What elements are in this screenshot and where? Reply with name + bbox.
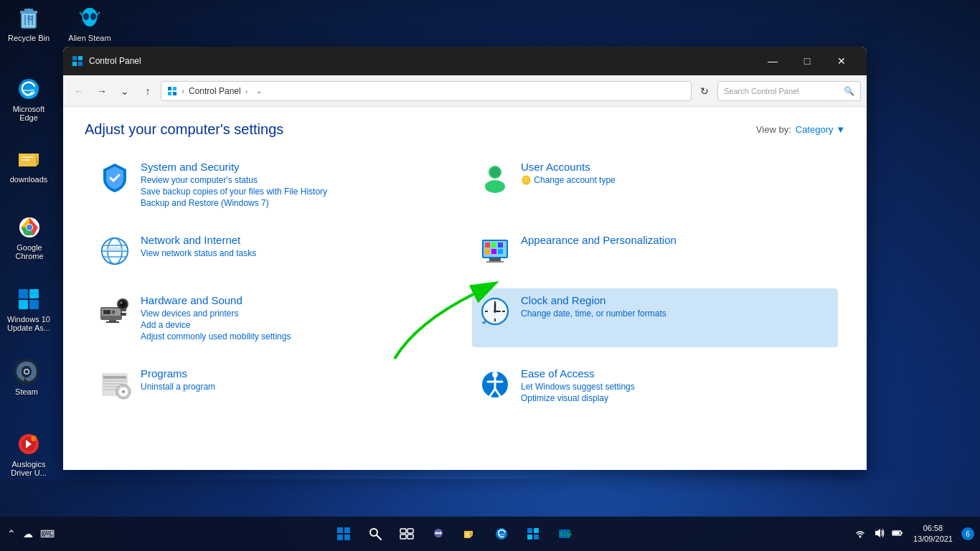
taskbar-system-tray-right: 06:58 13/09/2021 6 bbox=[853, 523, 974, 545]
network-title[interactable]: Network and Internet bbox=[141, 234, 240, 246]
address-dropdown[interactable]: ⌄ bbox=[252, 87, 266, 95]
explorer-button[interactable] bbox=[456, 519, 484, 548]
start-button[interactable] bbox=[329, 519, 358, 548]
svg-point-87 bbox=[122, 390, 125, 393]
up-button[interactable]: ↑ bbox=[138, 81, 158, 101]
system-security-link-3[interactable]: Backup and Restore (Windows 7) bbox=[141, 198, 327, 208]
chat-button[interactable] bbox=[424, 519, 453, 548]
system-security-link-1[interactable]: Review your computer's status bbox=[141, 175, 327, 185]
svg-rect-31 bbox=[78, 56, 83, 60]
category-ease-of-access: Ease of Access Let Windows suggest setti… bbox=[472, 362, 838, 409]
window-titlebar: Control Panel — □ ✕ bbox=[63, 47, 867, 75]
window-toolbar: ← → ⌄ ↑ › Control Panel › ⌄ ↻ Search Con… bbox=[63, 75, 867, 107]
svg-rect-22 bbox=[29, 300, 39, 309]
svg-rect-101 bbox=[400, 529, 406, 533]
clock-region-title[interactable]: Clock and Region bbox=[521, 294, 606, 306]
desktop-icon-steam[interactable]: Steam bbox=[0, 354, 53, 399]
svg-point-78 bbox=[494, 310, 496, 313]
svg-rect-113 bbox=[534, 528, 539, 533]
svg-point-68 bbox=[121, 302, 123, 304]
network-link-1[interactable]: View network status and tasks bbox=[141, 248, 256, 258]
ease-of-access-content: Ease of Access Let Windows suggest setti… bbox=[521, 367, 635, 403]
minimize-button[interactable]: — bbox=[756, 50, 789, 72]
svg-rect-64 bbox=[106, 321, 119, 323]
user-accounts-title[interactable]: User Accounts bbox=[521, 161, 590, 173]
forward-button[interactable]: → bbox=[92, 81, 112, 101]
svg-rect-103 bbox=[400, 534, 406, 539]
system-clock[interactable]: 06:58 13/09/2021 bbox=[909, 523, 957, 545]
auslogics-icon: ! bbox=[14, 430, 43, 458]
system-security-link-2[interactable]: Save backup copies of your files with Fi… bbox=[141, 187, 327, 197]
svg-point-106 bbox=[435, 532, 438, 534]
clock-region-link-1[interactable]: Change date, time, or number formats bbox=[521, 309, 666, 319]
desktop-icon-alien[interactable]: Alien Steam bbox=[63, 1, 116, 45]
svg-point-108 bbox=[440, 532, 442, 534]
svg-rect-14 bbox=[22, 159, 30, 161]
svg-rect-56 bbox=[486, 261, 504, 263]
refresh-button[interactable]: ↻ bbox=[694, 81, 715, 101]
edge-taskbar-button[interactable] bbox=[487, 519, 516, 548]
svg-rect-114 bbox=[527, 534, 532, 540]
store-button[interactable] bbox=[519, 519, 547, 548]
recycle-bin-icon bbox=[14, 4, 43, 32]
task-view-button[interactable] bbox=[392, 519, 421, 548]
hardware-title[interactable]: Hardware and Sound bbox=[141, 294, 242, 306]
ease-of-access-title[interactable]: Ease of Access bbox=[521, 367, 595, 380]
search-bar[interactable]: Search Control Panel 🔍 bbox=[717, 81, 861, 101]
notification-badge[interactable]: 6 bbox=[961, 527, 974, 540]
network-content: Network and Internet View network status… bbox=[141, 234, 256, 258]
tray-chevron[interactable]: ⌃ bbox=[6, 527, 17, 541]
clock-date: 13/09/2021 bbox=[913, 534, 953, 545]
user-accounts-link-1[interactable]: 🪙 Change account type bbox=[521, 175, 616, 185]
tray-battery[interactable] bbox=[890, 526, 905, 542]
desktop-icon-auslogics[interactable]: ! Auslogics Driver U... bbox=[2, 427, 55, 480]
close-button[interactable]: ✕ bbox=[825, 50, 858, 72]
svg-rect-121 bbox=[901, 532, 903, 534]
ease-of-access-link-1[interactable]: Let Windows suggest settings bbox=[521, 382, 635, 392]
hardware-link-2[interactable]: Add a device bbox=[141, 320, 291, 330]
svg-point-25 bbox=[25, 370, 29, 374]
svg-rect-104 bbox=[407, 534, 413, 539]
recent-button[interactable]: ⌄ bbox=[115, 81, 135, 101]
svg-text:C:\>: C:\> bbox=[560, 532, 572, 537]
maximize-button[interactable]: □ bbox=[791, 50, 824, 72]
category-appearance: Appearance and Personalization bbox=[472, 228, 838, 274]
programs-content: Programs Uninstall a program bbox=[141, 367, 215, 392]
alien-icon bbox=[75, 4, 104, 32]
desktop-icon-edge[interactable]: Microsoft Edge bbox=[2, 72, 55, 125]
svg-rect-37 bbox=[173, 92, 176, 95]
edge-icon bbox=[14, 75, 43, 103]
cmd-button[interactable]: C:\> bbox=[550, 519, 579, 548]
view-by-value[interactable]: Category ▼ bbox=[796, 124, 845, 135]
hardware-link-3[interactable]: Adjust commonly used mobility settings bbox=[141, 331, 291, 342]
svg-rect-62 bbox=[121, 313, 126, 316]
ease-of-access-link-2[interactable]: Optimize visual display bbox=[521, 393, 635, 403]
svg-rect-49 bbox=[485, 242, 490, 248]
clock-time: 06:58 bbox=[923, 523, 943, 534]
svg-rect-35 bbox=[173, 87, 176, 90]
tray-cloud[interactable]: ☁ bbox=[22, 527, 34, 541]
svg-rect-21 bbox=[19, 300, 28, 309]
back-button[interactable]: ← bbox=[69, 81, 89, 101]
desktop-icon-windows-update[interactable]: Windows 10 Update As... bbox=[2, 282, 55, 335]
system-security-title[interactable]: System and Security bbox=[141, 161, 240, 173]
appearance-title[interactable]: Appearance and Personalization bbox=[521, 234, 677, 246]
search-taskbar-button[interactable] bbox=[361, 519, 390, 548]
address-icon bbox=[167, 86, 177, 96]
programs-title[interactable]: Programs bbox=[141, 367, 187, 380]
address-bar[interactable]: › Control Panel › ⌄ bbox=[161, 81, 692, 101]
tray-keyboard[interactable]: ⌨ bbox=[39, 527, 56, 541]
taskbar: ⌃ ☁ ⌨ bbox=[0, 517, 980, 551]
address-control-panel: Control Panel bbox=[189, 86, 241, 96]
svg-point-8 bbox=[83, 13, 89, 20]
hardware-link-1[interactable]: View devices and printers bbox=[141, 309, 291, 319]
programs-link-1[interactable]: Uninstall a program bbox=[141, 382, 215, 392]
tray-volume[interactable] bbox=[872, 526, 886, 542]
desktop-icon-downloads[interactable]: downloads bbox=[2, 142, 55, 187]
window-app-icon bbox=[72, 55, 83, 67]
tray-wifi[interactable] bbox=[853, 526, 867, 542]
desktop-icon-chrome[interactable]: Google Chrome bbox=[3, 210, 56, 263]
desktop-icon-recycle-bin[interactable]: Recycle Bin bbox=[2, 1, 55, 45]
appearance-icon bbox=[478, 234, 512, 268]
svg-rect-84 bbox=[103, 389, 118, 390]
